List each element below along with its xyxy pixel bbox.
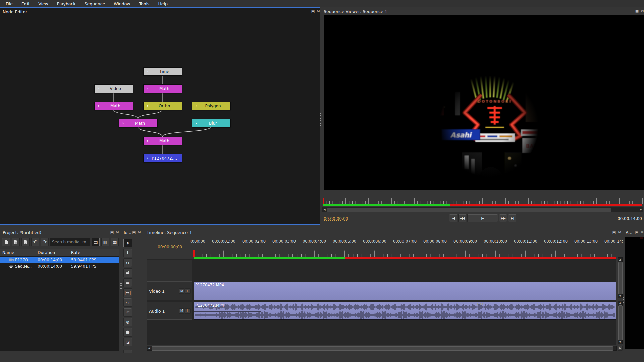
viewer-playhead-marker[interactable] xyxy=(323,198,324,204)
node-ortho[interactable]: ›Ortho xyxy=(143,102,182,110)
icon-view-button[interactable]: ▦ xyxy=(111,238,119,246)
tree-view-button[interactable]: ▤ xyxy=(92,238,100,246)
scroll-down-icon[interactable]: ▼ xyxy=(618,340,622,344)
node-blur[interactable]: ›Blur xyxy=(192,119,231,127)
undo-button[interactable]: ↶ xyxy=(31,238,39,246)
transition-tool[interactable]: ◪ xyxy=(123,338,132,346)
close-panel-icon[interactable]: ⊠ xyxy=(618,230,622,234)
float-panel-icon[interactable]: ▣ xyxy=(110,230,114,234)
search-input[interactable] xyxy=(50,238,90,246)
audio-clip[interactable]: P1270472.MP4 xyxy=(194,302,616,320)
record-button[interactable]: ● xyxy=(123,328,132,337)
node-p1270472[interactable]: ›P1270472.... xyxy=(143,154,182,162)
timeline-playhead-marker[interactable] xyxy=(193,250,195,257)
skip-to-start-button[interactable]: |◀ xyxy=(449,214,457,222)
redo-button[interactable]: ↷ xyxy=(41,238,49,246)
node-expand-icon[interactable]: › xyxy=(119,121,127,125)
column-header-name[interactable]: Name xyxy=(0,249,38,256)
float-panel-icon[interactable]: ▣ xyxy=(612,230,616,234)
new-project-button[interactable] xyxy=(2,238,10,246)
menu-help[interactable]: Help xyxy=(154,1,172,7)
scroll-up-icon[interactable]: ▲ xyxy=(618,301,622,305)
close-panel-icon[interactable]: ⊠ xyxy=(137,230,141,234)
node-video[interactable]: ›Video xyxy=(94,84,133,93)
scroll-left-icon[interactable]: ◀ xyxy=(147,346,151,350)
node-expand-icon[interactable]: › xyxy=(144,156,152,160)
track-splitter-handle[interactable] xyxy=(477,303,484,305)
pointer-tool[interactable]: ➤ xyxy=(123,239,132,247)
menu-sequence[interactable]: Sequence xyxy=(80,1,110,7)
mute-button[interactable]: M xyxy=(179,308,184,314)
rewind-button[interactable]: ◀◀ xyxy=(458,214,466,222)
tool-button-partial[interactable] xyxy=(123,350,132,353)
scroll-right-icon[interactable]: ▶ xyxy=(618,346,623,351)
viewer-seek-ruler[interactable] xyxy=(321,198,644,204)
video-tracks-scrollbar[interactable]: ▲ ▼ xyxy=(618,257,623,298)
razor-tool[interactable]: ▬ xyxy=(123,278,132,287)
float-panel-icon[interactable]: ▣ xyxy=(635,230,639,234)
scrollbar-thumb[interactable] xyxy=(152,346,613,351)
menu-view[interactable]: View xyxy=(34,1,53,7)
scroll-up-icon[interactable]: ▲ xyxy=(618,258,622,262)
mute-button[interactable]: M xyxy=(179,288,184,294)
scrollbar-thumb[interactable] xyxy=(618,305,623,340)
audio-tracks-scrollbar[interactable]: ▲ ▼ xyxy=(618,301,623,344)
hand-tool[interactable]: ☞ xyxy=(123,308,132,317)
float-panel-icon[interactable]: ▣ xyxy=(635,9,639,13)
slide-tool[interactable]: ⇔ xyxy=(123,298,132,307)
menu-playback[interactable]: Playback xyxy=(53,1,80,7)
zoom-tool[interactable]: ⊕ xyxy=(123,318,132,326)
node-expand-icon[interactable]: › xyxy=(144,104,152,108)
scrollbar-thumb[interactable] xyxy=(618,262,623,294)
node-expand-icon[interactable]: › xyxy=(192,104,200,108)
viewer-scrollbar[interactable]: ◀ ▶ xyxy=(322,207,643,212)
viewer-scrollbar-thumb[interactable] xyxy=(327,208,611,212)
node-expand-icon[interactable]: › xyxy=(192,121,200,125)
timeline-seek-ruler[interactable] xyxy=(190,250,617,257)
float-panel-icon[interactable]: ▣ xyxy=(132,230,136,234)
save-project-button[interactable] xyxy=(21,238,30,246)
edit-tool[interactable]: I xyxy=(123,249,132,257)
node-expand-icon[interactable]: › xyxy=(95,86,103,91)
node-expand-icon[interactable]: › xyxy=(144,86,152,91)
scrollbar-splitter-handle[interactable] xyxy=(623,297,624,303)
slip-tool[interactable]: |↔| xyxy=(123,288,132,297)
node-expand-icon[interactable]: › xyxy=(144,139,152,143)
fast-forward-button[interactable]: ▶▶ xyxy=(499,214,507,222)
menu-window[interactable]: Window xyxy=(109,1,135,7)
skip-to-end-button[interactable]: ▶| xyxy=(508,214,516,222)
scroll-left-icon[interactable]: ◀ xyxy=(323,208,326,212)
ripple-tool[interactable]: ↔ xyxy=(123,258,132,267)
node-math[interactable]: ›Math xyxy=(94,102,133,110)
empty-track-header[interactable] xyxy=(147,260,192,282)
node-polygon[interactable]: ›Polygon xyxy=(192,102,231,110)
menu-tools[interactable]: Tools xyxy=(135,1,154,7)
lock-button[interactable]: L xyxy=(185,308,191,314)
node-math[interactable]: ›Math xyxy=(143,84,182,93)
lock-button[interactable]: L xyxy=(185,288,191,294)
menu-file[interactable]: File xyxy=(1,1,17,7)
timeline-horizontal-scrollbar[interactable]: ◀ xyxy=(147,346,617,351)
node-expand-icon[interactable]: › xyxy=(95,104,103,108)
scroll-down-icon[interactable]: ▼ xyxy=(618,294,622,298)
close-panel-icon[interactable]: ⊠ xyxy=(640,230,644,234)
open-project-button[interactable] xyxy=(12,238,20,246)
close-panel-icon[interactable]: ⊠ xyxy=(640,9,644,13)
viewer-current-timecode[interactable]: 00:00:00;00 xyxy=(324,216,348,221)
column-header-duration[interactable]: Duration xyxy=(36,249,71,256)
scroll-right-icon[interactable]: ▶ xyxy=(639,208,643,212)
media-row-P1270[interactable]: P1270...00:00:14;0059.9401 FPS xyxy=(0,257,119,263)
node-math[interactable]: ›Math xyxy=(143,137,182,145)
close-panel-icon[interactable]: ⊠ xyxy=(115,230,119,234)
timeline-current-timecode[interactable]: 00:00:00;00 xyxy=(158,245,182,249)
media-row-Seque[interactable]: Seque...00:00:14;0059.9401 FPS xyxy=(0,263,119,269)
list-view-button[interactable]: ▥ xyxy=(101,238,109,246)
rolling-tool[interactable]: ⇄ xyxy=(123,268,132,277)
node-math[interactable]: ›Math xyxy=(119,119,158,127)
column-header-rate[interactable]: Rate xyxy=(69,249,119,256)
node-time[interactable]: ›Time xyxy=(143,67,182,76)
video-clip[interactable]: P1270472.MP4 xyxy=(194,282,616,300)
menu-edit[interactable]: Edit xyxy=(17,1,34,7)
node-expand-icon[interactable]: › xyxy=(144,69,152,74)
play-button[interactable]: ▶ xyxy=(467,214,498,222)
